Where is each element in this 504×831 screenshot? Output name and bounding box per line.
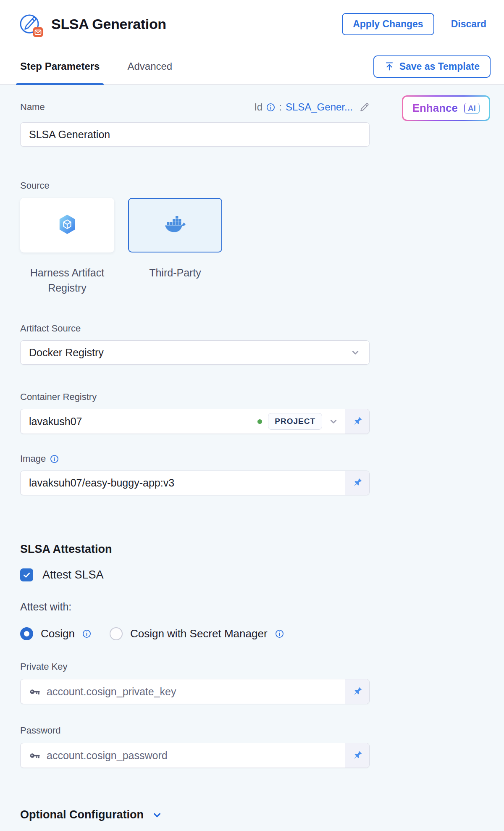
image-info-icon[interactable] [50,455,59,463]
step-config-panel: SLSA Generation Apply Changes Discard St… [0,0,504,831]
artifact-source-value: Docker Registry [29,347,104,359]
step-parameters-form: Enhance AI Name Id : SLSA_Gener... [0,85,504,831]
source-label: Source [20,180,504,191]
chevron-down-icon [151,809,163,821]
step-id-value[interactable]: SLSA_Gener... [286,101,353,113]
password-secret-select[interactable]: account.cosign_password [21,743,345,768]
image-label-row: Image [20,453,504,464]
key-icon [29,750,40,761]
password-label: Password [20,725,504,736]
private-key-secret-select[interactable]: account.cosign_private_key [21,679,345,704]
attest-with-label: Attest with: [20,601,504,613]
tab-step-parameters[interactable]: Step Parameters [16,48,104,85]
attest-with-radio-group: Cosign Cosign with Secret Manager [20,627,504,640]
source-caption-third-party: Third-Party [128,265,222,295]
tab-bar: Step Parameters Advanced Save as Templat… [0,48,504,85]
pin-runtime-input-button[interactable] [345,409,369,434]
cosign-radio[interactable] [20,627,33,640]
cosign-secret-manager-radio-label: Cosign with Secret Manager [130,627,268,640]
image-input[interactable] [29,477,339,489]
id-label: Id [254,101,262,113]
id-info-icon[interactable] [266,103,275,112]
panel-header: SLSA Generation Apply Changes Discard [0,0,504,48]
enhance-ai-button[interactable]: Enhance AI [402,95,490,121]
upload-icon [384,61,394,71]
optional-configuration-label: Optional Configuration [20,808,144,821]
name-input-wrap [20,122,370,147]
step-edit-icon [18,11,45,38]
optional-configuration-toggle[interactable]: Optional Configuration [20,808,504,821]
source-card-harness-artifact-registry[interactable] [20,198,114,252]
save-as-template-button[interactable]: Save as Template [373,55,491,78]
name-label: Name [20,102,45,113]
attest-slsa-checkbox[interactable] [20,568,33,581]
source-card-third-party[interactable] [128,198,222,252]
source-caption-har: Harness Artifact Registry [20,265,114,295]
source-card-captions: Harness Artifact Registry Third-Party [20,265,504,295]
artifact-source-select[interactable]: Docker Registry [20,340,370,365]
name-id-row: Name Id : SLSA_Gener... [20,99,370,116]
harness-artifact-registry-icon [58,214,77,237]
pin-runtime-input-button[interactable] [345,471,369,495]
artifact-source-label: Artifact Source [20,323,504,334]
section-divider [20,519,366,519]
step-id-group: Id : SLSA_Gener... [254,101,370,113]
cosign-secret-manager-radio[interactable] [110,627,123,640]
pin-runtime-input-button[interactable] [345,743,369,768]
scope-badge[interactable]: PROJECT [268,413,322,430]
password-secret-value: account.cosign_password [47,749,168,762]
private-key-label: Private Key [20,661,504,672]
connector-status-dot [257,419,262,424]
page-title: SLSA Generation [51,16,166,32]
cosign-radio-label: Cosign [41,627,75,640]
pin-runtime-input-button[interactable] [345,679,369,704]
radio-option-cosign: Cosign [20,627,91,640]
ai-badge: AI [464,103,480,114]
id-separator: : [279,101,282,113]
slsa-attestation-heading: SLSA Attestation [20,543,504,556]
password-field: account.cosign_password [20,743,370,768]
radio-option-cosign-secret-manager: Cosign with Secret Manager [110,627,284,640]
container-registry-field: PROJECT [20,409,370,434]
container-registry-label: Container Registry [20,392,504,402]
attest-slsa-label: Attest SLSA [42,568,104,581]
discard-button[interactable]: Discard [451,18,486,30]
private-key-secret-value: account.cosign_private_key [47,686,176,698]
cosign-info-icon[interactable] [82,629,91,638]
container-registry-input[interactable] [29,416,257,428]
name-input[interactable] [29,129,361,141]
image-label: Image [20,453,46,464]
apply-changes-button[interactable]: Apply Changes [342,13,434,35]
chevron-down-icon [350,347,361,358]
key-icon [29,686,40,697]
chevron-down-icon[interactable] [328,416,339,427]
attest-slsa-row[interactable]: Attest SLSA [20,568,504,581]
cosign-secret-manager-info-icon[interactable] [275,629,284,638]
docker-whale-icon [164,216,186,235]
edit-id-pencil-icon[interactable] [359,102,370,113]
private-key-field: account.cosign_private_key [20,679,370,704]
source-cards [20,198,504,252]
image-field [20,471,370,495]
tab-advanced[interactable]: Advanced [123,48,176,85]
